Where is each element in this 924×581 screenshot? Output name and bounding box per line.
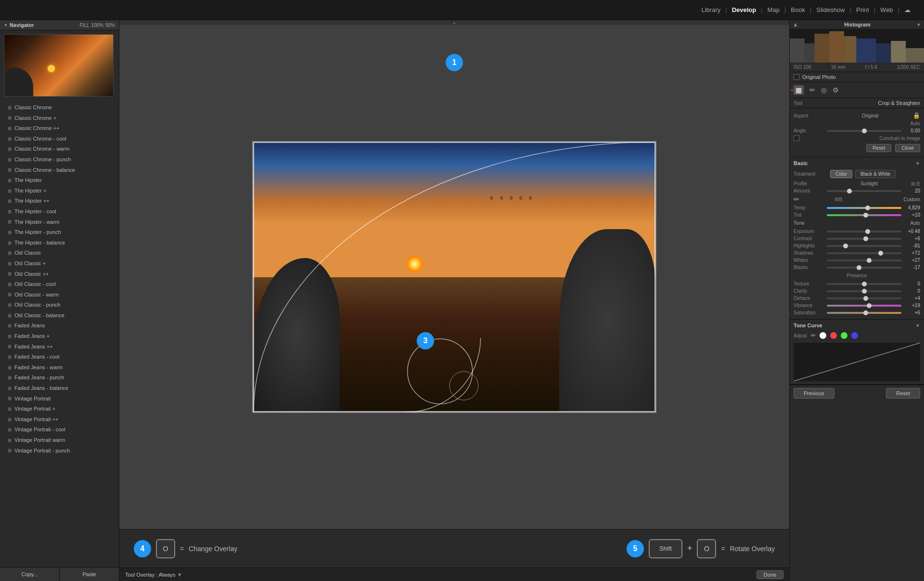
tint-thumb[interactable] <box>863 213 868 218</box>
texture-thumb[interactable] <box>862 282 867 286</box>
vibrance-slider[interactable] <box>827 305 901 307</box>
preset-item[interactable]: Vintage Portrait - punch <box>0 446 119 456</box>
dot-green[interactable] <box>841 332 847 339</box>
constrain-checkbox[interactable] <box>794 135 799 141</box>
preset-item[interactable]: Old Classic - cool <box>0 279 119 290</box>
nav-book[interactable]: Book <box>791 6 805 13</box>
hist-left-arrow[interactable]: ▲ <box>793 21 798 28</box>
original-photo-checkbox[interactable] <box>794 74 799 80</box>
preset-item[interactable]: Vintage Portrait + <box>0 404 119 414</box>
temp-thumb[interactable] <box>865 206 870 210</box>
temp-slider[interactable] <box>827 207 901 209</box>
dehaze-thumb[interactable] <box>863 296 868 301</box>
masking-tool-icon[interactable]: ⚙ <box>833 86 839 94</box>
nav-slideshow[interactable]: Slideshow <box>816 6 845 13</box>
vibrance-thumb[interactable] <box>867 303 872 308</box>
preset-item[interactable]: Faded Jeans - balance <box>0 383 119 394</box>
preset-item[interactable]: Faded Jeans <box>0 321 119 331</box>
angle-thumb[interactable] <box>862 129 867 133</box>
preset-item[interactable]: Vintage Portrait <box>0 394 119 404</box>
main-image[interactable]: ᗡ ᗡ ᗡ ᗡ ᗡ 3 <box>252 141 656 413</box>
angle-slider[interactable] <box>827 130 901 132</box>
preset-item[interactable]: Classic Chrome + <box>0 113 119 124</box>
preset-item[interactable]: Vintage Portrait warm <box>0 435 119 446</box>
profile-value[interactable]: Sunlight <box>860 181 878 186</box>
dropdown-arrow[interactable]: ▼ <box>177 572 182 578</box>
reset-crop-button[interactable]: Reset <box>866 144 891 152</box>
eyedropper-icon[interactable]: ✏ <box>794 195 799 203</box>
whites-slider[interactable] <box>827 259 901 261</box>
amount-slider[interactable] <box>827 190 901 192</box>
preset-item[interactable]: Classic Chrome - cool <box>0 134 119 144</box>
profile-list-icon[interactable]: ☰ <box>916 181 920 186</box>
preset-item[interactable]: Old Classic - balance <box>0 310 119 321</box>
lock-icon[interactable]: 🔒 <box>913 112 920 119</box>
contrast-slider[interactable] <box>827 238 901 240</box>
exposure-thumb[interactable] <box>865 229 870 234</box>
blacks-slider[interactable] <box>827 267 901 269</box>
preset-item[interactable]: Old Classic ++ <box>0 269 119 280</box>
nav-develop[interactable]: Develop <box>732 6 757 13</box>
heal-tool-icon[interactable]: ✏ <box>809 86 815 94</box>
preset-item[interactable]: The Hipster ++ <box>0 196 119 207</box>
preset-item[interactable]: The Hipster - punch <box>0 227 119 238</box>
saturation-slider[interactable] <box>827 312 901 314</box>
preset-item[interactable]: Classic Chrome ++ <box>0 123 119 134</box>
color-button[interactable]: Color <box>830 170 852 178</box>
clarity-slider[interactable] <box>827 290 901 292</box>
clarity-thumb[interactable] <box>862 289 867 294</box>
nav-map[interactable]: Map <box>768 6 780 13</box>
previous-button[interactable]: Previous <box>794 388 834 399</box>
shadows-slider[interactable] <box>827 252 901 254</box>
blacks-thumb[interactable] <box>857 265 861 270</box>
preset-item[interactable]: Classic Chrome - warm <box>0 144 119 155</box>
preset-item[interactable]: Faded Jeans - punch <box>0 373 119 383</box>
preset-item[interactable]: Vintage Portrait ++ <box>0 414 119 425</box>
nav-print[interactable]: Print <box>856 6 869 13</box>
wb-value[interactable]: Custom <box>904 197 920 202</box>
nav-web[interactable]: Web <box>880 6 893 13</box>
pen-icon[interactable]: ✏ <box>811 332 816 339</box>
texture-slider[interactable] <box>827 283 901 285</box>
saturation-thumb[interactable] <box>863 310 868 315</box>
tone-curve-arrow[interactable]: ▼ <box>915 323 920 328</box>
dot-red[interactable] <box>830 332 837 339</box>
preset-item[interactable]: Old Classic - warm <box>0 290 119 300</box>
histogram-menu-arrow[interactable]: ▼ <box>916 22 921 27</box>
aspect-value[interactable]: Original <box>862 113 878 118</box>
preset-item[interactable]: The Hipster <box>0 175 119 186</box>
dehaze-slider[interactable] <box>827 297 901 299</box>
cloud-icon[interactable]: ☁ <box>904 6 911 13</box>
reset-panel-button[interactable]: Reset <box>886 388 920 399</box>
bw-button[interactable]: Black & White <box>855 170 896 178</box>
redeye-tool-icon[interactable]: ◎ <box>821 86 827 94</box>
navigator-triangle[interactable]: ▼ <box>4 23 8 27</box>
profile-grid-icon[interactable]: ⊞ <box>911 181 915 186</box>
preset-item[interactable]: Vintage Portrait - cool <box>0 425 119 435</box>
dot-blue[interactable] <box>851 332 858 339</box>
preset-item[interactable]: Classic Chrome - punch <box>0 155 119 165</box>
preset-item[interactable]: The Hipster - cool <box>0 207 119 217</box>
copy-button[interactable]: Copy... <box>0 568 60 581</box>
preset-item[interactable]: Faded Jeans + <box>0 331 119 342</box>
preset-item[interactable]: Classic Chrome - balance <box>0 165 119 176</box>
nav-library[interactable]: Library <box>702 6 721 13</box>
zoom2[interactable]: 50% <box>105 23 115 28</box>
paste-button[interactable]: Paste <box>60 568 119 581</box>
preset-item[interactable]: Old Classic + <box>0 258 119 269</box>
preset-item[interactable]: The Hipster + <box>0 186 119 196</box>
dot-white[interactable] <box>820 332 826 339</box>
whites-thumb[interactable] <box>867 258 872 263</box>
shadows-thumb[interactable] <box>878 251 883 256</box>
collapse-handle-top[interactable] <box>119 20 789 25</box>
preset-item[interactable]: The Hipster - balance <box>0 238 119 248</box>
preset-item[interactable]: Classic Chrome <box>0 103 119 113</box>
done-button[interactable]: Done <box>757 570 783 579</box>
zoom1[interactable]: 100% <box>91 23 103 28</box>
preset-item[interactable]: Faded Jeans - warm <box>0 362 119 373</box>
highlights-slider[interactable] <box>827 245 901 247</box>
preset-item[interactable]: The Hipster - warm <box>0 217 119 228</box>
tone-auto[interactable]: Auto <box>910 220 920 226</box>
contrast-thumb[interactable] <box>863 236 868 241</box>
preset-item[interactable]: Old Classic <box>0 248 119 258</box>
